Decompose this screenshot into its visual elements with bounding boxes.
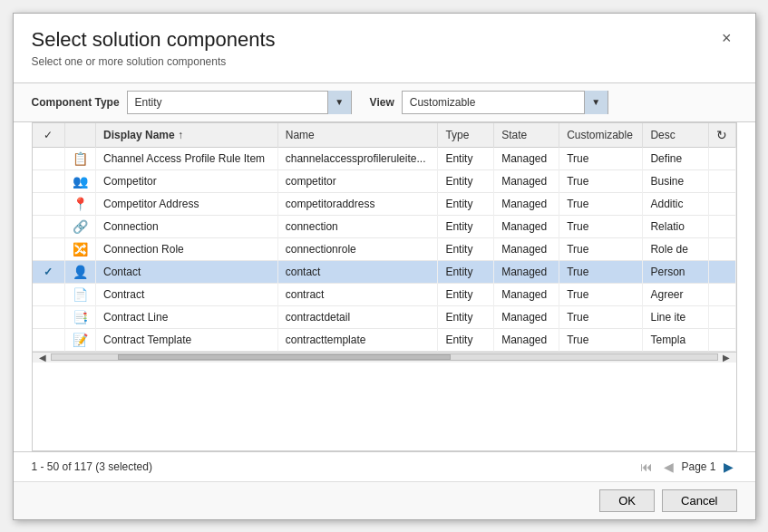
- row-check-cell: [33, 147, 65, 169]
- col-refresh[interactable]: ↻: [708, 123, 735, 148]
- scroll-right-arrow[interactable]: ▶: [720, 353, 733, 363]
- row-state: Managed: [494, 169, 559, 192]
- row-check-cell: [33, 283, 65, 305]
- row-description: Additic: [643, 192, 708, 215]
- row-display-name: Competitor: [96, 169, 278, 192]
- row-display-name: Competitor Address: [96, 192, 278, 215]
- view-label: View: [370, 96, 394, 109]
- prev-page-button[interactable]: ◀: [660, 458, 677, 476]
- ok-button[interactable]: OK: [599, 489, 655, 512]
- component-type-select[interactable]: Entity ▼: [127, 91, 352, 114]
- row-type: Entity: [438, 305, 494, 328]
- row-description: Define: [643, 147, 708, 169]
- row-icon-cell: 📑: [65, 305, 96, 328]
- row-type: Entity: [438, 215, 494, 237]
- row-name: contractdetail: [277, 305, 438, 328]
- dialog-footer: OK Cancel: [14, 481, 755, 519]
- row-name: contract: [277, 283, 438, 305]
- row-type: Entity: [438, 283, 494, 305]
- row-name: competitoraddress: [277, 192, 438, 215]
- table-row[interactable]: 🔗 Connection connection Entity Managed T…: [33, 215, 736, 237]
- scroll-track[interactable]: [51, 353, 718, 361]
- row-state: Managed: [494, 192, 559, 215]
- component-type-dropdown-arrow[interactable]: ▼: [327, 91, 351, 114]
- pagination-controls: ⏮ ◀ Page 1 ▶: [637, 458, 736, 476]
- row-check-cell: [33, 169, 65, 192]
- row-description: Busine: [643, 169, 708, 192]
- row-description: Relatio: [643, 215, 708, 237]
- table-container: ✓ Display Name ↑ Name Type State Customi…: [32, 122, 737, 451]
- table-row[interactable]: 📍 Competitor Address competitoraddress E…: [33, 192, 736, 215]
- row-action: [708, 260, 735, 283]
- col-description[interactable]: Desc: [643, 123, 708, 148]
- scroll-left-arrow[interactable]: ◀: [36, 353, 49, 363]
- bottom-bar: 1 - 50 of 117 (3 selected) ⏮ ◀ Page 1 ▶: [14, 451, 755, 481]
- row-name: channelaccessprofileruleite...: [277, 147, 438, 169]
- scroll-thumb[interactable]: [118, 354, 451, 360]
- row-action: [708, 192, 735, 215]
- row-action: [708, 169, 735, 192]
- table-row[interactable]: 📑 Contract Line contractdetail Entity Ma…: [33, 305, 736, 328]
- col-customizable[interactable]: Customizable: [559, 123, 643, 148]
- col-name[interactable]: Name: [277, 123, 438, 148]
- first-page-button[interactable]: ⏮: [637, 458, 656, 476]
- row-action: [708, 147, 735, 169]
- dialog-header: Select solution components Select one or…: [14, 14, 755, 75]
- row-display-name: Contract Line: [96, 305, 278, 328]
- row-customizable: True: [559, 215, 643, 237]
- row-description: Line ite: [643, 305, 708, 328]
- row-type: Entity: [438, 192, 494, 215]
- row-icon-cell: 📍: [65, 192, 96, 215]
- row-icon-cell: 📄: [65, 283, 96, 305]
- row-display-name: Channel Access Profile Rule Item: [96, 147, 278, 169]
- row-customizable: True: [559, 328, 643, 351]
- row-icon-cell: 🔀: [65, 237, 96, 260]
- row-icon-cell: 📝: [65, 328, 96, 351]
- dialog-title-area: Select solution components Select one or…: [32, 28, 276, 68]
- row-display-name: Connection: [96, 215, 278, 237]
- table-row[interactable]: 🔀 Connection Role connectionrole Entity …: [33, 237, 736, 260]
- table-header-row: ✓ Display Name ↑ Name Type State Customi…: [33, 123, 736, 148]
- row-icon-cell: 👤: [65, 260, 96, 283]
- row-state: Managed: [494, 305, 559, 328]
- close-button[interactable]: ×: [716, 28, 737, 48]
- view-dropdown-arrow[interactable]: ▼: [584, 91, 608, 114]
- filter-bar: Component Type Entity ▼ View Customizabl…: [14, 82, 755, 122]
- col-display-name[interactable]: Display Name ↑: [96, 123, 278, 148]
- row-action: [708, 237, 735, 260]
- table-row[interactable]: 📋 Channel Access Profile Rule Item chann…: [33, 147, 736, 169]
- dialog-title: Select solution components: [32, 28, 276, 52]
- col-state[interactable]: State: [494, 123, 559, 148]
- row-description: Agreer: [643, 283, 708, 305]
- row-icon-cell: 🔗: [65, 215, 96, 237]
- horizontal-scrollbar[interactable]: ◀ ▶: [33, 352, 736, 363]
- row-customizable: True: [559, 169, 643, 192]
- row-description: Role de: [643, 237, 708, 260]
- table-row[interactable]: 📝 Contract Template contracttemplate Ent…: [33, 328, 736, 351]
- row-check-cell: [33, 237, 65, 260]
- row-description: Person: [643, 260, 708, 283]
- row-description: Templa: [643, 328, 708, 351]
- row-state: Managed: [494, 283, 559, 305]
- table-row[interactable]: 📄 Contract contract Entity Managed True …: [33, 283, 736, 305]
- col-type[interactable]: Type: [438, 123, 494, 148]
- row-customizable: True: [559, 260, 643, 283]
- component-type-value: Entity: [128, 96, 327, 109]
- row-state: Managed: [494, 328, 559, 351]
- col-check[interactable]: ✓: [33, 123, 65, 148]
- row-name: connectionrole: [277, 237, 438, 260]
- row-check-cell: [33, 305, 65, 328]
- row-icon-cell: 👥: [65, 169, 96, 192]
- row-state: Managed: [494, 260, 559, 283]
- table-row[interactable]: 👥 Competitor competitor Entity Managed T…: [33, 169, 736, 192]
- view-select[interactable]: Customizable ▼: [402, 91, 608, 114]
- row-name: competitor: [277, 169, 438, 192]
- cancel-button[interactable]: Cancel: [662, 489, 736, 512]
- table-row[interactable]: ✓ 👤 Contact contact Entity Managed True …: [33, 260, 736, 283]
- row-display-name: Contact: [96, 260, 278, 283]
- row-type: Entity: [438, 260, 494, 283]
- row-customizable: True: [559, 305, 643, 328]
- table-body: 📋 Channel Access Profile Rule Item chann…: [33, 147, 736, 351]
- next-page-button[interactable]: ▶: [720, 458, 737, 476]
- select-solution-components-dialog: Select solution components Select one or…: [13, 13, 756, 520]
